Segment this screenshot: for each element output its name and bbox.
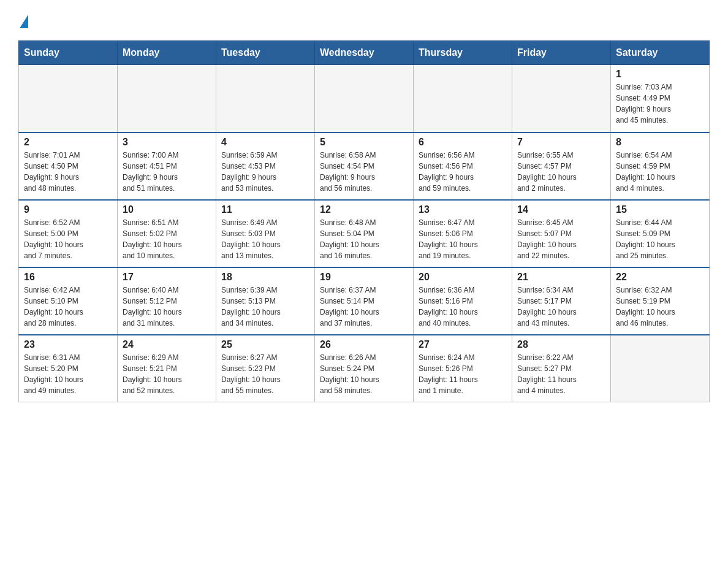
calendar-day-cell: 23Sunrise: 6:31 AM Sunset: 5:20 PM Dayli… bbox=[19, 335, 118, 402]
calendar-day-cell: 24Sunrise: 6:29 AM Sunset: 5:21 PM Dayli… bbox=[118, 335, 216, 402]
calendar-day-cell: 17Sunrise: 6:40 AM Sunset: 5:12 PM Dayli… bbox=[118, 267, 216, 335]
weekday-header-tuesday: Tuesday bbox=[216, 41, 315, 65]
calendar-day-cell: 10Sunrise: 6:51 AM Sunset: 5:02 PM Dayli… bbox=[118, 200, 216, 267]
calendar-day-cell: 1Sunrise: 7:03 AM Sunset: 4:49 PM Daylig… bbox=[611, 65, 710, 132]
calendar-week-row: 23Sunrise: 6:31 AM Sunset: 5:20 PM Dayli… bbox=[19, 335, 710, 402]
day-number: 17 bbox=[123, 272, 211, 283]
day-info: Sunrise: 6:47 AM Sunset: 5:06 PM Dayligh… bbox=[419, 217, 507, 261]
day-number: 16 bbox=[24, 272, 112, 283]
calendar-day-cell: 3Sunrise: 7:00 AM Sunset: 4:51 PM Daylig… bbox=[118, 132, 216, 200]
day-info: Sunrise: 6:45 AM Sunset: 5:07 PM Dayligh… bbox=[517, 217, 605, 261]
calendar-day-cell: 11Sunrise: 6:49 AM Sunset: 5:03 PM Dayli… bbox=[216, 200, 315, 267]
calendar-day-cell: 13Sunrise: 6:47 AM Sunset: 5:06 PM Dayli… bbox=[414, 200, 512, 267]
day-info: Sunrise: 6:37 AM Sunset: 5:14 PM Dayligh… bbox=[320, 285, 408, 329]
calendar-day-cell bbox=[19, 65, 118, 132]
calendar-day-cell: 28Sunrise: 6:22 AM Sunset: 5:27 PM Dayli… bbox=[512, 335, 611, 402]
weekday-header-wednesday: Wednesday bbox=[315, 41, 414, 65]
calendar-week-row: 16Sunrise: 6:42 AM Sunset: 5:10 PM Dayli… bbox=[19, 267, 710, 335]
day-number: 15 bbox=[616, 204, 704, 215]
day-number: 13 bbox=[419, 204, 507, 215]
day-number: 1 bbox=[616, 69, 704, 80]
calendar-table: SundayMondayTuesdayWednesdayThursdayFrid… bbox=[18, 40, 710, 402]
logo bbox=[18, 12, 28, 28]
day-number: 11 bbox=[221, 204, 309, 215]
day-info: Sunrise: 6:27 AM Sunset: 5:23 PM Dayligh… bbox=[221, 352, 309, 396]
day-number: 28 bbox=[517, 339, 605, 350]
weekday-header-saturday: Saturday bbox=[611, 41, 710, 65]
day-number: 19 bbox=[320, 272, 408, 283]
day-info: Sunrise: 6:29 AM Sunset: 5:21 PM Dayligh… bbox=[123, 352, 211, 396]
day-number: 12 bbox=[320, 204, 408, 215]
calendar-day-cell: 18Sunrise: 6:39 AM Sunset: 5:13 PM Dayli… bbox=[216, 267, 315, 335]
calendar-day-cell: 7Sunrise: 6:55 AM Sunset: 4:57 PM Daylig… bbox=[512, 132, 611, 200]
calendar-day-cell: 22Sunrise: 6:32 AM Sunset: 5:19 PM Dayli… bbox=[611, 267, 710, 335]
day-number: 14 bbox=[517, 204, 605, 215]
day-info: Sunrise: 7:03 AM Sunset: 4:49 PM Dayligh… bbox=[616, 82, 704, 126]
day-number: 20 bbox=[419, 272, 507, 283]
day-info: Sunrise: 6:22 AM Sunset: 5:27 PM Dayligh… bbox=[517, 352, 605, 396]
calendar-day-cell: 27Sunrise: 6:24 AM Sunset: 5:26 PM Dayli… bbox=[414, 335, 512, 402]
calendar-week-row: 9Sunrise: 6:52 AM Sunset: 5:00 PM Daylig… bbox=[19, 200, 710, 267]
calendar-week-row: 1Sunrise: 7:03 AM Sunset: 4:49 PM Daylig… bbox=[19, 65, 710, 132]
calendar-day-cell: 14Sunrise: 6:45 AM Sunset: 5:07 PM Dayli… bbox=[512, 200, 611, 267]
calendar-day-cell: 21Sunrise: 6:34 AM Sunset: 5:17 PM Dayli… bbox=[512, 267, 611, 335]
day-info: Sunrise: 6:51 AM Sunset: 5:02 PM Dayligh… bbox=[123, 217, 211, 261]
logo-triangle-icon bbox=[20, 15, 28, 28]
calendar-day-cell: 15Sunrise: 6:44 AM Sunset: 5:09 PM Dayli… bbox=[611, 200, 710, 267]
calendar-day-cell bbox=[118, 65, 216, 132]
weekday-header-monday: Monday bbox=[118, 41, 216, 65]
weekday-header-sunday: Sunday bbox=[19, 41, 118, 65]
day-number: 7 bbox=[517, 137, 605, 148]
calendar-day-cell: 20Sunrise: 6:36 AM Sunset: 5:16 PM Dayli… bbox=[414, 267, 512, 335]
day-info: Sunrise: 6:49 AM Sunset: 5:03 PM Dayligh… bbox=[221, 217, 309, 261]
day-number: 25 bbox=[221, 339, 309, 350]
day-info: Sunrise: 6:39 AM Sunset: 5:13 PM Dayligh… bbox=[221, 285, 309, 329]
day-info: Sunrise: 6:58 AM Sunset: 4:54 PM Dayligh… bbox=[320, 150, 408, 194]
calendar-week-row: 2Sunrise: 7:01 AM Sunset: 4:50 PM Daylig… bbox=[19, 132, 710, 200]
calendar-day-cell bbox=[611, 335, 710, 402]
day-info: Sunrise: 6:34 AM Sunset: 5:17 PM Dayligh… bbox=[517, 285, 605, 329]
day-number: 10 bbox=[123, 204, 211, 215]
day-info: Sunrise: 6:48 AM Sunset: 5:04 PM Dayligh… bbox=[320, 217, 408, 261]
calendar-day-cell: 8Sunrise: 6:54 AM Sunset: 4:59 PM Daylig… bbox=[611, 132, 710, 200]
calendar-day-cell bbox=[414, 65, 512, 132]
calendar-day-cell: 25Sunrise: 6:27 AM Sunset: 5:23 PM Dayli… bbox=[216, 335, 315, 402]
day-number: 18 bbox=[221, 272, 309, 283]
day-number: 6 bbox=[419, 137, 507, 148]
day-info: Sunrise: 6:42 AM Sunset: 5:10 PM Dayligh… bbox=[24, 285, 112, 329]
day-number: 21 bbox=[517, 272, 605, 283]
calendar-day-cell: 26Sunrise: 6:26 AM Sunset: 5:24 PM Dayli… bbox=[315, 335, 414, 402]
day-number: 24 bbox=[123, 339, 211, 350]
day-info: Sunrise: 6:26 AM Sunset: 5:24 PM Dayligh… bbox=[320, 352, 408, 396]
day-number: 3 bbox=[123, 137, 211, 148]
calendar-day-cell bbox=[512, 65, 611, 132]
day-number: 5 bbox=[320, 137, 408, 148]
day-number: 4 bbox=[221, 137, 309, 148]
day-info: Sunrise: 6:32 AM Sunset: 5:19 PM Dayligh… bbox=[616, 285, 704, 329]
day-info: Sunrise: 6:52 AM Sunset: 5:00 PM Dayligh… bbox=[24, 217, 112, 261]
day-number: 9 bbox=[24, 204, 112, 215]
day-info: Sunrise: 6:59 AM Sunset: 4:53 PM Dayligh… bbox=[221, 150, 309, 194]
calendar-day-cell: 5Sunrise: 6:58 AM Sunset: 4:54 PM Daylig… bbox=[315, 132, 414, 200]
calendar-day-cell: 12Sunrise: 6:48 AM Sunset: 5:04 PM Dayli… bbox=[315, 200, 414, 267]
day-info: Sunrise: 6:31 AM Sunset: 5:20 PM Dayligh… bbox=[24, 352, 112, 396]
page-header bbox=[18, 12, 710, 28]
weekday-header-thursday: Thursday bbox=[414, 41, 512, 65]
calendar-day-cell bbox=[315, 65, 414, 132]
day-info: Sunrise: 6:56 AM Sunset: 4:56 PM Dayligh… bbox=[419, 150, 507, 194]
day-info: Sunrise: 6:55 AM Sunset: 4:57 PM Dayligh… bbox=[517, 150, 605, 194]
day-number: 23 bbox=[24, 339, 112, 350]
calendar-day-cell: 2Sunrise: 7:01 AM Sunset: 4:50 PM Daylig… bbox=[19, 132, 118, 200]
calendar-day-cell: 9Sunrise: 6:52 AM Sunset: 5:00 PM Daylig… bbox=[19, 200, 118, 267]
day-info: Sunrise: 6:44 AM Sunset: 5:09 PM Dayligh… bbox=[616, 217, 704, 261]
calendar-day-cell: 4Sunrise: 6:59 AM Sunset: 4:53 PM Daylig… bbox=[216, 132, 315, 200]
day-info: Sunrise: 6:40 AM Sunset: 5:12 PM Dayligh… bbox=[123, 285, 211, 329]
day-info: Sunrise: 7:01 AM Sunset: 4:50 PM Dayligh… bbox=[24, 150, 112, 194]
day-info: Sunrise: 6:24 AM Sunset: 5:26 PM Dayligh… bbox=[419, 352, 507, 396]
day-info: Sunrise: 6:36 AM Sunset: 5:16 PM Dayligh… bbox=[419, 285, 507, 329]
day-info: Sunrise: 7:00 AM Sunset: 4:51 PM Dayligh… bbox=[123, 150, 211, 194]
calendar-day-cell: 6Sunrise: 6:56 AM Sunset: 4:56 PM Daylig… bbox=[414, 132, 512, 200]
calendar-day-cell: 16Sunrise: 6:42 AM Sunset: 5:10 PM Dayli… bbox=[19, 267, 118, 335]
day-number: 8 bbox=[616, 137, 704, 148]
weekday-header-friday: Friday bbox=[512, 41, 611, 65]
